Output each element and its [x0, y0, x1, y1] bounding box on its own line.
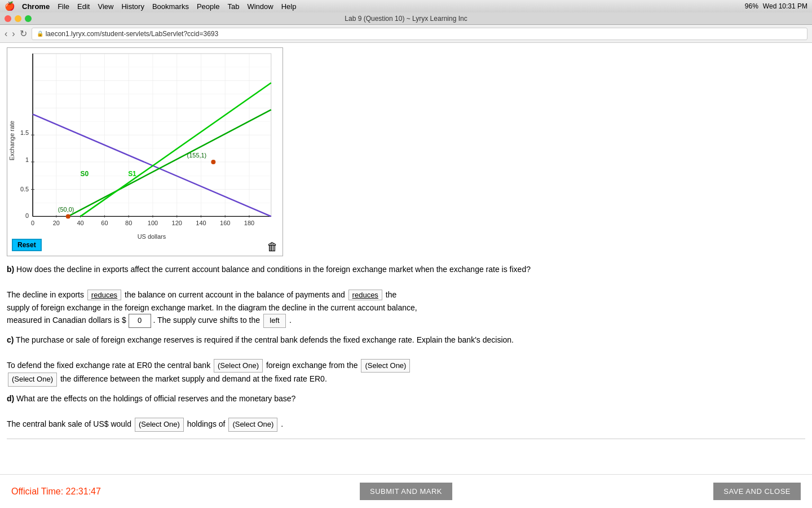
qd-select2[interactable]: (Select One): [228, 418, 277, 432]
menu-bookmarks[interactable]: Bookmarks: [152, 2, 189, 11]
question-d: d) What are the effects on the holdings …: [7, 392, 805, 432]
submit-and-mark-button[interactable]: SUBMIT AND MARK: [360, 483, 452, 500]
clock: Wed 10:31 PM: [763, 2, 807, 10]
qc-sentence1-mid: foreign exchange from the: [266, 361, 358, 370]
svg-point-54: [66, 214, 70, 218]
save-and-close-button[interactable]: SAVE AND CLOSE: [713, 483, 801, 500]
sentence3-mid: . The supply curve shifts to the: [153, 316, 260, 325]
svg-text:140: 140: [196, 220, 206, 226]
svg-text:180: 180: [244, 220, 254, 226]
question-b-text: How does the decline in exports affect t…: [16, 265, 531, 274]
battery-indicator: 96%: [745, 2, 758, 10]
menu-window[interactable]: Window: [247, 2, 273, 11]
question-c: c) The purchase or sale of foreign excha…: [7, 334, 805, 387]
reset-button[interactable]: Reset: [12, 239, 42, 251]
graph-container: 0 0.5 1 1.5 0 20 40 60 80 100 120 140 16…: [7, 47, 283, 256]
minimize-button[interactable]: [15, 15, 21, 22]
bottom-bar: Official Time: 22:31:47 SUBMIT AND MARK …: [0, 474, 812, 508]
window-title: Lab 9 (Question 10) ~ Lyryx Learning Inc: [345, 15, 467, 23]
svg-text:S1: S1: [128, 170, 136, 178]
word2-box: reduces: [348, 290, 382, 300]
svg-text:80: 80: [125, 220, 132, 226]
svg-text:20: 20: [53, 220, 60, 226]
forward-button[interactable]: ›: [12, 29, 15, 39]
sentence2: supply of foreign exchange in the foreig…: [7, 303, 417, 312]
menu-people[interactable]: People: [197, 2, 219, 11]
menu-view[interactable]: View: [98, 2, 113, 11]
word1-box: reduces: [87, 290, 121, 300]
divider: [7, 439, 805, 439]
sentence1-pre: The decline in exports: [7, 290, 84, 299]
svg-text:(50,0): (50,0): [58, 206, 74, 213]
svg-text:40: 40: [77, 220, 84, 226]
question-d-text: What are the effects on the holdings of …: [16, 394, 295, 403]
back-button[interactable]: ‹: [5, 29, 7, 39]
browser-toolbar: ‹ › ↻ 🔒 laecon1.lyryx.com/student-servle…: [0, 25, 812, 43]
sentence3-pre: measured in Canadian dollars is $: [7, 316, 126, 325]
sentence1-mid: the balance on current account in the ba…: [125, 290, 345, 299]
left-select[interactable]: left: [263, 314, 286, 328]
svg-text:0.5: 0.5: [20, 186, 29, 192]
svg-text:0: 0: [31, 220, 34, 226]
menu-chrome[interactable]: Chrome: [22, 2, 50, 11]
svg-text:US dollars: US dollars: [138, 233, 166, 240]
menu-help[interactable]: Help: [281, 2, 297, 11]
question-d-label: d): [7, 394, 14, 403]
maximize-button[interactable]: [25, 15, 32, 22]
url-text: laecon1.lyryx.com/student-servlets/LabSe…: [46, 30, 219, 38]
qc-select3[interactable]: (Select One): [8, 373, 57, 387]
svg-text:S0: S0: [81, 170, 89, 178]
question-b-label: b): [7, 265, 14, 274]
traffic-lights[interactable]: [5, 15, 32, 22]
svg-text:0: 0: [25, 212, 29, 219]
main-content: 0 0.5 1 1.5 0 20 40 60 80 100 120 140 16…: [0, 43, 812, 474]
qd-select1[interactable]: (Select One): [135, 418, 184, 432]
svg-text:1.5: 1.5: [20, 129, 29, 136]
svg-point-56: [211, 160, 215, 164]
official-time: Official Time: 22:31:47: [11, 487, 101, 497]
svg-text:1: 1: [25, 156, 29, 163]
menubar-right: 96% Wed 10:31 PM: [745, 2, 807, 10]
qc-select1[interactable]: (Select One): [214, 359, 263, 373]
qd-sentence1-end: .: [281, 419, 283, 428]
lock-icon: 🔒: [37, 30, 43, 37]
qd-sentence1-pre: The central bank sale of US$ would: [7, 419, 131, 428]
graph-svg: 0 0.5 1 1.5 0 20 40 60 80 100 120 140 16…: [7, 48, 283, 256]
apple-menu[interactable]: 🍎: [5, 1, 15, 11]
svg-text:160: 160: [220, 220, 230, 226]
qd-sentence1-mid: holdings of: [187, 419, 226, 428]
qc-select2[interactable]: (Select One): [361, 359, 410, 373]
svg-text:Exchange rate: Exchange rate: [8, 121, 15, 161]
sentence1-end: the: [386, 290, 396, 299]
svg-text:100: 100: [148, 220, 158, 226]
question-b: b) How does the decline in exports affec…: [7, 263, 805, 328]
menu-file[interactable]: File: [58, 2, 69, 11]
close-button[interactable]: [5, 15, 11, 22]
svg-text:(155,1): (155,1): [187, 152, 207, 159]
sentence3-end: .: [289, 316, 292, 325]
address-bar[interactable]: 🔒 laecon1.lyryx.com/student-servlets/Lab…: [32, 28, 807, 40]
menu-edit[interactable]: Edit: [77, 2, 90, 11]
trash-icon[interactable]: 🗑: [267, 240, 278, 253]
reload-button[interactable]: ↻: [20, 28, 27, 39]
menu-tab[interactable]: Tab: [227, 2, 239, 11]
menubar: 🍎 Chrome File Edit View History Bookmark…: [0, 0, 812, 12]
qc-sentence1-pre: To defend the fixed exchange rate at ER0…: [7, 361, 210, 370]
question-c-text: The purchase or sale of foreign exchange…: [16, 335, 514, 344]
dollar-input[interactable]: 0: [129, 314, 151, 328]
menu-history[interactable]: History: [121, 2, 144, 11]
svg-text:120: 120: [172, 220, 182, 226]
qc-sentence1-end: the difference between the market supply…: [60, 374, 327, 383]
question-c-label: c): [7, 335, 14, 344]
svg-text:60: 60: [101, 220, 108, 226]
window-titlebar: Lab 9 (Question 10) ~ Lyryx Learning Inc: [0, 12, 812, 25]
